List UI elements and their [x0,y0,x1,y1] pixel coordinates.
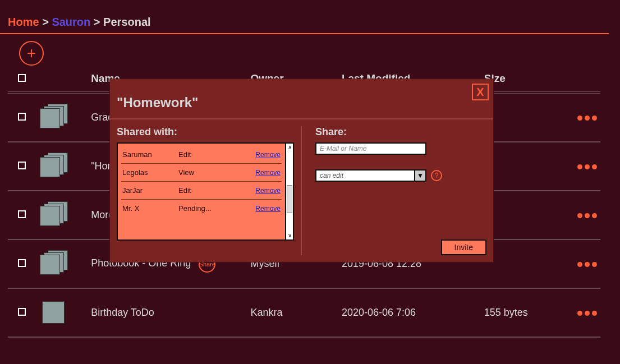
shared-name: JarJar [122,186,178,195]
shared-name: Saruman [122,150,178,159]
row-checkbox[interactable] [18,210,26,218]
shared-with-label: Shared with: [117,126,294,138]
row-menu-button[interactable] [577,311,597,316]
invite-button[interactable]: Invite [441,239,486,255]
remove-link[interactable]: Remove [255,151,281,159]
email-placeholder: E-Mail or Name [320,145,366,153]
remove-link[interactable]: Remove [255,169,281,177]
table-row[interactable]: Birthday ToDo Kankra 2020-06-06 7:06 155… [8,288,600,337]
row-checkbox[interactable] [18,162,26,169]
share-dialog: "Homework" X Shared with: Saruman Edit R… [109,79,494,262]
breadcrumb-home[interactable]: Home [8,16,39,28]
row-menu-button[interactable] [577,262,597,267]
shared-permission: Edit [178,150,229,159]
row-checkbox[interactable] [18,113,26,121]
scrollbar[interactable]: ∧ ∨ [285,144,293,239]
email-field[interactable]: E-Mail or Name [315,142,426,155]
shared-permission: Edit [178,186,229,195]
plus-icon: + [27,44,36,62]
scroll-up-icon[interactable]: ∧ [286,144,293,151]
breadcrumb-sep: > [94,16,100,28]
select-all-checkbox[interactable] [18,74,26,82]
permission-select[interactable]: can edit ▼ [315,169,426,182]
shared-row: Mr. X Pending... Remove [121,200,282,217]
breadcrumb-user[interactable]: Sauron [52,16,90,28]
help-button[interactable]: ? [431,170,442,181]
shared-row: Legolas View Remove [121,164,282,182]
breadcrumb-sep: > [42,16,49,28]
row-menu-button[interactable] [577,164,597,169]
shared-row: JarJar Edit Remove [121,182,282,200]
shared-name: Legolas [122,168,178,177]
row-checkbox[interactable] [18,308,26,316]
scroll-thumb[interactable] [287,185,292,213]
shared-list: Saruman Edit Remove Legolas View Remove … [117,142,294,241]
row-menu-button[interactable] [577,116,597,121]
dialog-title: "Homework" [117,95,486,110]
shared-name: Mr. X [122,204,178,213]
row-size: 155 bytes [481,288,566,337]
add-button[interactable]: + [19,41,44,66]
permission-selected: can edit [316,172,414,179]
close-button[interactable]: X [472,84,489,100]
folder-stack-icon [40,250,71,275]
row-name: Birthday ToDo [91,307,154,318]
remove-link[interactable]: Remove [255,205,281,213]
row-owner: Kankra [247,288,338,337]
scroll-down-icon[interactable]: ∨ [286,232,293,239]
file-icon [40,299,71,324]
row-menu-button[interactable] [577,213,597,218]
breadcrumb-current: Personal [103,16,150,28]
folder-stack-icon [40,201,71,226]
folder-stack-icon [40,153,71,177]
folder-stack-icon [40,104,71,128]
share-label: Share: [315,126,486,138]
shared-row: Saruman Edit Remove [121,146,282,164]
row-checkbox[interactable] [18,259,26,267]
remove-link[interactable]: Remove [255,187,281,195]
chevron-down-icon[interactable]: ▼ [414,171,425,181]
shared-permission: Pending... [178,204,229,213]
row-modified: 2020-06-06 7:06 [338,288,481,337]
breadcrumb: Home > Sauron > Personal [0,0,609,34]
shared-permission: View [178,168,229,177]
